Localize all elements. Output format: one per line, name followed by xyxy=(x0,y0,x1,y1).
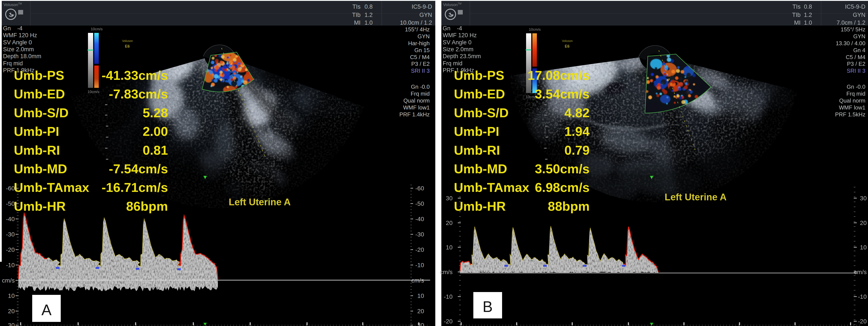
svg-text:cm/s: cm/s xyxy=(440,269,453,275)
svg-text:GYN: GYN xyxy=(853,33,865,39)
svg-text:Qual norm: Qual norm xyxy=(404,97,430,104)
svg-text:C5 / M4: C5 / M4 xyxy=(410,54,430,60)
svg-text:20: 20 xyxy=(446,219,453,226)
svg-text:-7.54cm/s: -7.54cm/s xyxy=(109,161,168,176)
svg-text:Gn -4: Gn -4 xyxy=(3,25,23,32)
svg-text:10cm/s: 10cm/s xyxy=(88,90,99,94)
svg-text:-20: -20 xyxy=(444,318,453,325)
svg-text:-20: -20 xyxy=(6,246,15,253)
svg-text:17.08cm/s: 17.08cm/s xyxy=(528,68,590,83)
svg-text:4.82: 4.82 xyxy=(564,106,590,120)
svg-text:Har-high: Har-high xyxy=(408,40,430,47)
svg-text:Gn 15: Gn 15 xyxy=(414,47,430,53)
svg-text:Umb-PS: Umb-PS xyxy=(14,68,64,83)
svg-text:-40: -40 xyxy=(415,216,424,223)
svg-text:cm/s: cm/s xyxy=(854,269,867,275)
svg-text:B: B xyxy=(483,298,493,315)
svg-text:P3 / E2: P3 / E2 xyxy=(847,61,865,67)
svg-text:1.94: 1.94 xyxy=(564,124,590,139)
svg-text:-10: -10 xyxy=(444,293,453,300)
svg-text:-20: -20 xyxy=(415,246,424,253)
svg-text:5.28: 5.28 xyxy=(143,106,168,120)
svg-text:GYN: GYN xyxy=(419,12,432,18)
svg-text:Frq mid: Frq mid xyxy=(846,90,865,97)
svg-text:Umb-RI: Umb-RI xyxy=(14,143,60,157)
svg-text:Size 2.0mm: Size 2.0mm xyxy=(443,46,473,53)
svg-text:A: A xyxy=(41,301,52,319)
svg-text:Umb-TAmax: Umb-TAmax xyxy=(14,180,89,195)
svg-text:cm/s: cm/s xyxy=(2,277,15,284)
svg-text:C5 / M4: C5 / M4 xyxy=(846,54,865,60)
svg-text:10cm/s: 10cm/s xyxy=(529,27,541,32)
svg-text:10: 10 xyxy=(860,244,867,251)
svg-text:-50: -50 xyxy=(415,200,424,207)
svg-text:Umb-HR: Umb-HR xyxy=(454,199,506,213)
svg-text:Frq mid: Frq mid xyxy=(443,60,463,67)
svg-text:TIb: TIb xyxy=(792,12,801,18)
svg-text:6.98cm/s: 6.98cm/s xyxy=(535,180,590,195)
svg-text:Gn -0.0: Gn -0.0 xyxy=(846,84,865,90)
svg-text:13.30 / 4.00: 13.30 / 4.00 xyxy=(836,40,865,47)
svg-text:MI: MI xyxy=(794,20,801,26)
svg-text:10cm/s: 10cm/s xyxy=(91,27,103,31)
svg-text:Umb-MD: Umb-MD xyxy=(454,161,507,176)
svg-text:30: 30 xyxy=(8,322,15,326)
svg-text:-10: -10 xyxy=(415,262,424,268)
svg-text:155°/ 4Hz: 155°/ 4Hz xyxy=(405,26,430,33)
svg-text:WMF low1: WMF low1 xyxy=(839,104,865,111)
svg-text:0.8: 0.8 xyxy=(364,3,373,10)
svg-text:Frq mid: Frq mid xyxy=(411,90,430,97)
svg-text:E6: E6 xyxy=(125,44,130,49)
svg-text:Umb-TAmax: Umb-TAmax xyxy=(454,180,529,195)
svg-text:GYN: GYN xyxy=(852,12,865,18)
svg-text:IC5-9-D: IC5-9-D xyxy=(845,3,865,10)
svg-text:Umb-HR: Umb-HR xyxy=(14,199,66,213)
svg-text:Size 2.0mm: Size 2.0mm xyxy=(3,46,34,53)
svg-text:-10: -10 xyxy=(6,262,15,268)
svg-text:0.81: 0.81 xyxy=(143,143,168,157)
svg-text:Left Uterine A: Left Uterine A xyxy=(664,192,727,202)
svg-text:0.79: 0.79 xyxy=(564,143,590,157)
svg-text:Qual norm: Qual norm xyxy=(839,97,865,104)
svg-text:Gn 4: Gn 4 xyxy=(853,47,865,53)
svg-text:TIs: TIs xyxy=(352,3,361,10)
svg-text:Frq mid: Frq mid xyxy=(3,60,23,67)
svg-text:88bpm: 88bpm xyxy=(548,199,590,213)
svg-text:3.50cm/s: 3.50cm/s xyxy=(535,161,590,176)
svg-text:7.0cm / 1.2: 7.0cm / 1.2 xyxy=(836,20,865,26)
svg-text:1.0: 1.0 xyxy=(804,20,812,26)
svg-text:-10: -10 xyxy=(858,293,867,300)
svg-text:10: 10 xyxy=(446,244,453,251)
svg-text:-30: -30 xyxy=(6,231,15,238)
svg-text:155°/ 5Hz: 155°/ 5Hz xyxy=(841,26,865,33)
svg-text:20: 20 xyxy=(417,308,424,315)
svg-text:Umb-MD: Umb-MD xyxy=(14,161,67,176)
svg-text:-20: -20 xyxy=(858,318,867,325)
svg-text:IC5-9-D: IC5-9-D xyxy=(411,3,432,10)
svg-text:PRF 1.5kHz: PRF 1.5kHz xyxy=(835,111,865,118)
svg-text:Voluson: Voluson xyxy=(122,39,133,42)
svg-text:1.2: 1.2 xyxy=(364,12,373,18)
svg-text:30: 30 xyxy=(860,195,867,202)
svg-text:10: 10 xyxy=(417,293,424,299)
svg-text:cm/s: cm/s xyxy=(411,277,424,284)
svg-text:MI: MI xyxy=(354,20,361,26)
svg-text:SV Angle 0: SV Angle 0 xyxy=(443,39,472,46)
svg-text:-7.83cm/s: -7.83cm/s xyxy=(109,87,168,101)
svg-text:30: 30 xyxy=(446,195,453,202)
svg-text:TIs: TIs xyxy=(793,3,801,10)
svg-text:10.0cm / 1.2: 10.0cm / 1.2 xyxy=(400,20,432,26)
svg-text:SRI II 3: SRI II 3 xyxy=(411,67,430,74)
svg-text:Voluson: Voluson xyxy=(562,39,573,42)
svg-text:TIb: TIb xyxy=(352,12,361,18)
svg-text:-40: -40 xyxy=(6,216,15,223)
svg-text:3.54cm/s: 3.54cm/s xyxy=(535,87,590,101)
svg-text:1.0: 1.0 xyxy=(364,20,373,26)
svg-text:10: 10 xyxy=(8,293,15,299)
svg-text:Umb-S/D: Umb-S/D xyxy=(454,106,508,120)
svg-text:20: 20 xyxy=(860,219,867,226)
svg-text:Depth 18.0mm: Depth 18.0mm xyxy=(3,53,41,59)
svg-text:SRI II 3: SRI II 3 xyxy=(846,67,865,74)
svg-text:Gn -4: Gn -4 xyxy=(443,25,462,32)
svg-text:Umb-PI: Umb-PI xyxy=(454,124,499,139)
